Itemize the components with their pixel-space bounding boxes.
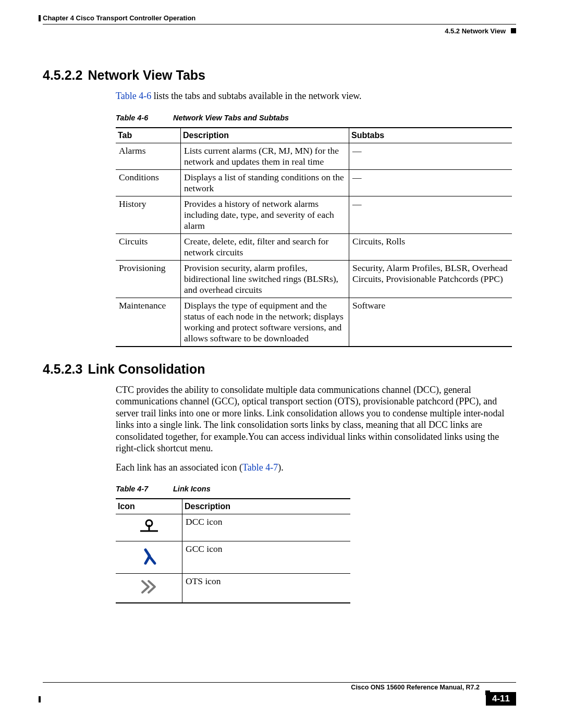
ots-icon: [139, 578, 159, 598]
link-consolidation-paragraph: CTC provides the ability to consolidate …: [116, 384, 516, 454]
section-number: 4.5.2.2: [43, 68, 82, 83]
table-caption-2: Table 4-7Link Icons: [116, 485, 516, 493]
table-row: OTS icon: [116, 574, 350, 603]
cell-desc: Provision security, alarm profiles, bidi…: [181, 260, 349, 298]
section-number: 4.5.2.3: [43, 362, 82, 377]
table-row: DCC icon: [116, 514, 350, 541]
cell-sub: Security, Alarm Profiles, BLSR, Overhead…: [349, 260, 512, 298]
cell-tab: Maintenance: [116, 298, 181, 347]
cell-desc: OTS icon: [182, 574, 351, 603]
cell-sub: —: [349, 196, 512, 233]
cell-desc: Create, delete, edit, filter and search …: [181, 233, 349, 260]
cell-desc: Lists current alarms (CR, MJ, MN) for th…: [181, 143, 349, 169]
section-title: Link Consolidation: [88, 362, 205, 376]
section-heading-link-consolidation: 4.5.2.3Link Consolidation: [43, 362, 516, 377]
footer-rule: [43, 682, 516, 683]
page: Chapter 4 Cisco Transport Controller Ope…: [0, 0, 563, 709]
footer-manual-title: Cisco ONS 15600 Reference Manual, R7.2: [43, 684, 516, 691]
cell-desc: Displays a list of standing conditions o…: [181, 169, 349, 196]
cell-sub: Software: [349, 298, 512, 347]
table-ref-link[interactable]: Table 4-7: [242, 462, 278, 473]
icon-cell: [116, 514, 182, 541]
cell-desc: Displays the type of equipment and the s…: [181, 298, 349, 347]
header-bar-icon: [39, 15, 41, 21]
header-rule: [43, 24, 516, 24]
table-row: History Provides a history of network al…: [116, 196, 512, 233]
cell-sub: —: [349, 169, 512, 196]
table-row: Maintenance Displays the type of equipme…: [116, 298, 512, 347]
table-row: GCC icon: [116, 541, 350, 574]
cell-tab: Circuits: [116, 233, 181, 260]
icon-cell: [116, 574, 182, 603]
intro-paragraph: Table 4-6 lists the tabs and subtabs ava…: [116, 90, 516, 102]
col-header-description: Description: [181, 128, 349, 143]
col-header-subtabs: Subtabs: [349, 128, 512, 143]
table-number: Table 4-6: [116, 114, 173, 122]
text: Each link has an associated icon (: [116, 462, 242, 473]
page-footer: Cisco ONS 15600 Reference Manual, R7.2 4…: [43, 682, 516, 691]
icon-cell: [116, 541, 182, 574]
cell-tab: History: [116, 196, 181, 233]
table-row: Alarms Lists current alarms (CR, MJ, MN)…: [116, 143, 512, 169]
footer-left-bar-icon: [39, 696, 41, 702]
col-header-icon: Icon: [116, 499, 182, 514]
col-header-description: Description: [182, 499, 351, 514]
col-header-tab: Tab: [116, 128, 181, 143]
cell-sub: —: [349, 143, 512, 169]
network-view-tabs-table: Tab Description Subtabs Alarms Lists cur…: [116, 127, 512, 347]
table-ref-link[interactable]: Table 4-6: [116, 91, 151, 101]
section-heading-network-view-tabs: 4.5.2.2Network View Tabs: [43, 68, 516, 83]
dcc-icon: [138, 519, 160, 537]
cell-desc: DCC icon: [182, 514, 351, 541]
cell-tab: Alarms: [116, 143, 181, 169]
link-icons-intro: Each link has an associated icon (Table …: [116, 462, 516, 474]
cell-desc: GCC icon: [182, 541, 351, 574]
link-icons-table: Icon Description: [116, 498, 350, 603]
table-row: Provisioning Provision security, alarm p…: [116, 260, 512, 298]
svg-line-3: [149, 556, 155, 563]
running-header-left: Chapter 4 Cisco Transport Controller Ope…: [43, 14, 195, 22]
header-marker-icon: [511, 28, 516, 33]
section-title: Network View Tabs: [88, 68, 205, 82]
page-number: 4-11: [486, 692, 516, 706]
table-title: Link Icons: [173, 485, 211, 493]
content-area: 4.5.2.2Network View Tabs Table 4-6 lists…: [43, 68, 516, 603]
running-header-right: 4.5.2 Network View: [445, 27, 506, 35]
cell-sub: Circuits, Rolls: [349, 233, 512, 260]
gcc-icon: [140, 546, 158, 569]
intro-text: lists the tabs and subtabs available in …: [151, 91, 361, 101]
table-number: Table 4-7: [116, 485, 173, 493]
cell-tab: Conditions: [116, 169, 181, 196]
table-caption-1: Table 4-6Network View Tabs and Subtabs: [116, 114, 516, 122]
text: ).: [278, 462, 284, 473]
cell-tab: Provisioning: [116, 260, 181, 298]
cell-desc: Provides a history of network alarms inc…: [181, 196, 349, 233]
table-row: Conditions Displays a list of standing c…: [116, 169, 512, 196]
table-title: Network View Tabs and Subtabs: [173, 114, 289, 122]
table-row: Circuits Create, delete, edit, filter an…: [116, 233, 512, 260]
